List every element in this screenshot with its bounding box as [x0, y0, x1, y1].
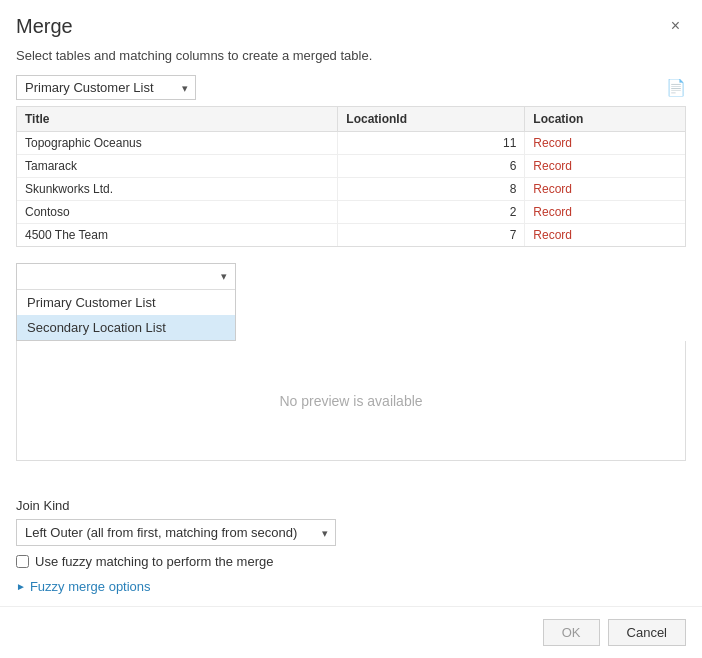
preview-text: No preview is available — [279, 393, 422, 409]
table-body: Topographic Oceanus 11 Record Tamarack 6… — [17, 132, 685, 247]
secondary-dropdown-list: Primary Customer List Secondary Location… — [17, 290, 235, 340]
cell-location[interactable]: Record — [525, 224, 685, 247]
primary-table-dropdown[interactable]: Primary Customer List Secondary Location… — [16, 75, 196, 100]
primary-dropdown-wrapper: Primary Customer List Secondary Location… — [16, 75, 196, 100]
chevron-down-icon: ▾ — [221, 270, 227, 283]
cell-locationid: 6 — [338, 155, 525, 178]
secondary-option-primary[interactable]: Primary Customer List — [17, 290, 235, 315]
cell-title: Contoso — [17, 201, 338, 224]
preview-box: No preview is available — [16, 341, 686, 461]
table-row[interactable]: 4500 The Team 7 Record — [17, 224, 685, 247]
cell-location[interactable]: Record — [525, 155, 685, 178]
join-section: Join Kind Left Outer (all from first, ma… — [0, 486, 702, 606]
table-row[interactable]: Tamarack 6 Record — [17, 155, 685, 178]
cell-locationid: 7 — [338, 224, 525, 247]
cell-title: Tamarack — [17, 155, 338, 178]
ok-button[interactable]: OK — [543, 619, 600, 646]
col-location: Location — [525, 107, 685, 132]
primary-table-container: Title LocationId Location Topographic Oc… — [16, 106, 686, 247]
dialog-subtitle: Select tables and matching columns to cr… — [0, 44, 702, 75]
fuzzy-checkbox-row: Use fuzzy matching to perform the merge — [16, 554, 686, 569]
col-locationid: LocationId — [338, 107, 525, 132]
secondary-layout: ▾ Primary Customer List Secondary Locati… — [16, 263, 686, 341]
cell-locationid: 8 — [338, 178, 525, 201]
table-row[interactable]: Skunkworks Ltd. 8 Record — [17, 178, 685, 201]
secondary-section: ▾ Primary Customer List Secondary Locati… — [16, 263, 686, 461]
secondary-dropdown-value — [25, 269, 29, 284]
table-row[interactable]: Topographic Oceanus 11 Record — [17, 132, 685, 155]
file-icon: 📄 — [666, 78, 686, 97]
cancel-button[interactable]: Cancel — [608, 619, 686, 646]
fuzzy-checkbox[interactable] — [16, 555, 29, 568]
secondary-dropdown-open[interactable]: ▾ Primary Customer List Secondary Locati… — [16, 263, 236, 341]
fuzzy-checkbox-label: Use fuzzy matching to perform the merge — [35, 554, 273, 569]
cell-location[interactable]: Record — [525, 132, 685, 155]
secondary-dropdown-trigger[interactable]: ▾ — [17, 264, 235, 290]
merge-dialog: Merge × Select tables and matching colum… — [0, 0, 702, 658]
table-header: Title LocationId Location — [17, 107, 685, 132]
dialog-footer: OK Cancel — [0, 606, 702, 658]
cell-locationid: 11 — [338, 132, 525, 155]
fuzzy-options-link[interactable]: ► Fuzzy merge options — [16, 579, 686, 594]
primary-dropdown-row: Primary Customer List Secondary Location… — [16, 75, 686, 100]
cell-location[interactable]: Record — [525, 178, 685, 201]
primary-data-table: Title LocationId Location Topographic Oc… — [17, 107, 685, 246]
title-bar: Merge × — [0, 0, 702, 44]
dialog-content: Primary Customer List Secondary Location… — [0, 75, 702, 486]
primary-section: Primary Customer List Secondary Location… — [16, 75, 686, 247]
cell-location[interactable]: Record — [525, 201, 685, 224]
join-kind-label: Join Kind — [16, 498, 686, 513]
join-kind-dropdown[interactable]: Left Outer (all from first, matching fro… — [16, 519, 336, 546]
secondary-option-secondary[interactable]: Secondary Location List — [17, 315, 235, 340]
fuzzy-link-label: Fuzzy merge options — [30, 579, 151, 594]
chevron-right-icon: ► — [16, 581, 26, 592]
table-row[interactable]: Contoso 2 Record — [17, 201, 685, 224]
col-title: Title — [17, 107, 338, 132]
cell-title: Skunkworks Ltd. — [17, 178, 338, 201]
close-button[interactable]: × — [665, 14, 686, 38]
table-header-row: Title LocationId Location — [17, 107, 685, 132]
cell-locationid: 2 — [338, 201, 525, 224]
join-dropdown-wrapper: Left Outer (all from first, matching fro… — [16, 519, 336, 546]
cell-title: 4500 The Team — [17, 224, 338, 247]
cell-title: Topographic Oceanus — [17, 132, 338, 155]
dialog-title: Merge — [16, 15, 73, 38]
